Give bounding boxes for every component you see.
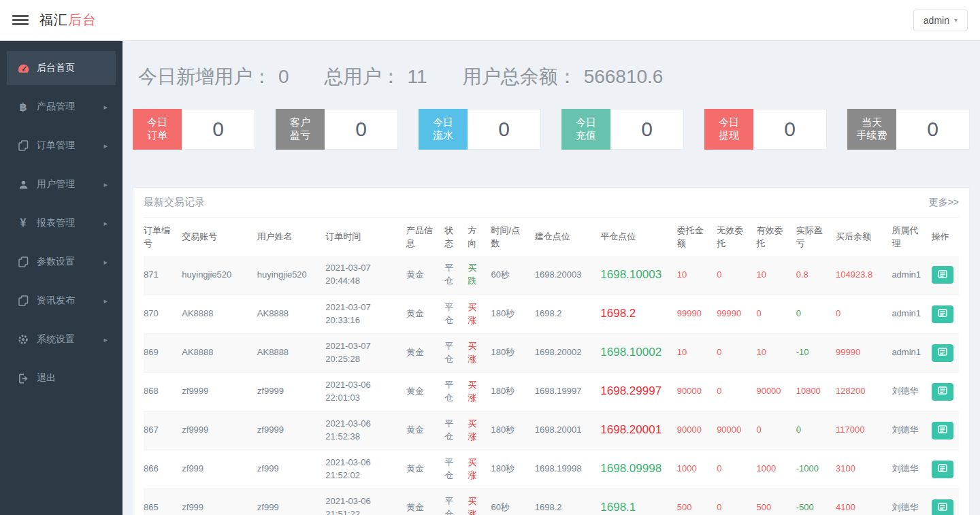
order-time: 2021-03-06 21:51:22 xyxy=(325,488,406,515)
duration: 180秒 xyxy=(491,411,535,450)
entrust-amount: 10 xyxy=(677,256,717,295)
detail-list-icon xyxy=(938,309,947,319)
user-menu-button[interactable]: admin ▾ xyxy=(913,10,968,31)
order-detail-button[interactable] xyxy=(932,461,953,478)
order-time: 2021-03-06 21:52:02 xyxy=(325,450,406,488)
dashboard-icon xyxy=(15,63,31,73)
close-price: 1698.2 xyxy=(600,295,677,333)
sidebar-item-label: 订单管理 xyxy=(37,139,103,152)
user-icon xyxy=(15,180,31,190)
agent-name: 刘德华 xyxy=(892,450,931,488)
stat-total-users: 总用户：11 xyxy=(325,64,427,90)
operation-cell xyxy=(932,295,959,333)
latest-trades-panel: 最新交易记录 更多>> 订单编号交易账号用户姓名订单时间产品信息状态方向时间/点… xyxy=(133,187,970,515)
summary-stats: 今日新增用户：0总用户：11用户总余额：566810.6 xyxy=(138,64,964,90)
sidebar-item-logout[interactable]: 退出 xyxy=(7,361,116,395)
order-time: 2021-03-06 22:01:03 xyxy=(325,372,406,411)
sidebar-item-settings[interactable]: 系统设置▸ xyxy=(7,322,116,356)
sidebar-item-label: 退出 xyxy=(37,372,108,384)
menu-toggle-icon[interactable] xyxy=(12,10,29,30)
card-value: 0 xyxy=(610,109,684,150)
direction: 买涨 xyxy=(468,411,491,450)
invalid-entrust: 0 xyxy=(717,450,756,488)
column-header: 实际盈亏 xyxy=(796,218,836,256)
column-header: 所属代理 xyxy=(892,218,931,256)
detail-list-icon xyxy=(938,386,947,397)
card-label: 今日流水 xyxy=(419,109,468,150)
chevron-right-icon: ▸ xyxy=(103,335,108,344)
balance-after: 128200 xyxy=(836,372,892,411)
table-row: 870AK8888AK88882021-03-07 20:33:16黄金平仓买涨… xyxy=(144,295,959,333)
trade-account: zf999 xyxy=(182,450,257,488)
order-no: 865 xyxy=(144,488,182,515)
card-label: 当天手续费 xyxy=(847,109,896,150)
sidebar-item-params[interactable]: 参数设置▸ xyxy=(7,245,116,279)
sidebar-item-users[interactable]: 用户管理▸ xyxy=(7,167,116,201)
column-header: 用户姓名 xyxy=(257,218,326,256)
actual-pnl: -500 xyxy=(796,488,836,515)
chevron-right-icon: ▸ xyxy=(103,258,108,267)
sidebar-item-label: 后台首页 xyxy=(37,62,108,74)
balance-after: 117000 xyxy=(836,411,892,450)
direction: 买涨 xyxy=(468,372,491,411)
order-detail-button[interactable] xyxy=(932,422,953,439)
top-header: 福汇后台 admin ▾ xyxy=(0,0,980,41)
yen-icon: ¥ xyxy=(15,217,31,229)
valid-entrust: 1000 xyxy=(756,450,796,488)
close-price: 1698.10003 xyxy=(600,256,677,295)
order-detail-button[interactable] xyxy=(932,344,953,362)
column-header: 状态 xyxy=(444,218,468,256)
entrust-amount: 10 xyxy=(677,333,717,372)
actual-pnl: -1000 xyxy=(796,450,836,488)
order-time: 2021-03-06 21:52:38 xyxy=(325,411,406,450)
sidebar-item-home[interactable]: 后台首页 xyxy=(7,51,116,85)
order-detail-button[interactable] xyxy=(932,383,953,401)
invalid-entrust: 0 xyxy=(717,256,756,295)
order-status: 平仓 xyxy=(444,295,468,333)
invalid-entrust: 0 xyxy=(717,372,756,411)
more-link[interactable]: 更多>> xyxy=(929,197,959,209)
agent-name: admin1 xyxy=(892,295,931,333)
detail-list-icon xyxy=(938,270,947,280)
trade-account: zf999 xyxy=(182,488,257,515)
order-detail-button[interactable] xyxy=(932,266,953,284)
open-price: 1698.20003 xyxy=(535,256,600,295)
open-price: 1698.19998 xyxy=(535,450,600,488)
open-price: 1698.20002 xyxy=(535,333,600,372)
actual-pnl: 10800 xyxy=(796,372,836,411)
direction: 买涨 xyxy=(468,333,491,372)
agent-name: 刘德华 xyxy=(892,411,931,450)
sidebar-item-orders[interactable]: 订单管理▸ xyxy=(7,129,116,163)
order-status: 平仓 xyxy=(444,333,468,372)
card-value: 0 xyxy=(182,109,255,150)
agent-name: 刘德华 xyxy=(892,488,931,515)
stat-label: 今日新增用户： xyxy=(138,66,272,87)
agent-name: 刘德华 xyxy=(892,372,931,411)
panel-title: 最新交易记录 xyxy=(144,196,205,209)
order-detail-button[interactable] xyxy=(932,305,953,323)
table-row: 869AK8888AK88882021-03-07 20:25:28黄金平仓买涨… xyxy=(144,333,959,372)
product-info: 黄金 xyxy=(406,411,444,450)
open-price: 1698.2 xyxy=(535,295,600,333)
sidebar-item-news[interactable]: 资讯发布▸ xyxy=(7,284,116,318)
order-detail-button[interactable] xyxy=(932,499,953,515)
sidebar-item-reports[interactable]: ¥报表管理▸ xyxy=(7,206,116,240)
caret-down-icon: ▾ xyxy=(954,16,958,24)
duration: 180秒 xyxy=(491,450,535,488)
stat-card-today-turnover: 今日流水0 xyxy=(419,109,541,150)
column-header: 操作 xyxy=(932,218,959,256)
entrust-amount: 90000 xyxy=(677,372,717,411)
stat-value: 11 xyxy=(408,66,427,87)
user-name-label: admin xyxy=(924,15,949,26)
valid-entrust: 500 xyxy=(756,488,796,515)
close-price: 1698.10002 xyxy=(600,333,677,372)
product-info: 黄金 xyxy=(406,372,444,411)
duration: 180秒 xyxy=(491,372,535,411)
files-icon xyxy=(15,140,31,151)
stat-card-client-pnl: 客户盈亏0 xyxy=(276,109,398,150)
order-time: 2021-03-07 20:44:48 xyxy=(325,256,406,295)
balance-after: 0 xyxy=(836,295,892,333)
sidebar-item-products[interactable]: ฿产品管理▸ xyxy=(7,90,116,124)
order-status: 平仓 xyxy=(444,372,468,411)
main-content: 今日新增用户：0总用户：11用户总余额：566810.6 今日订单0客户盈亏0今… xyxy=(122,41,980,515)
